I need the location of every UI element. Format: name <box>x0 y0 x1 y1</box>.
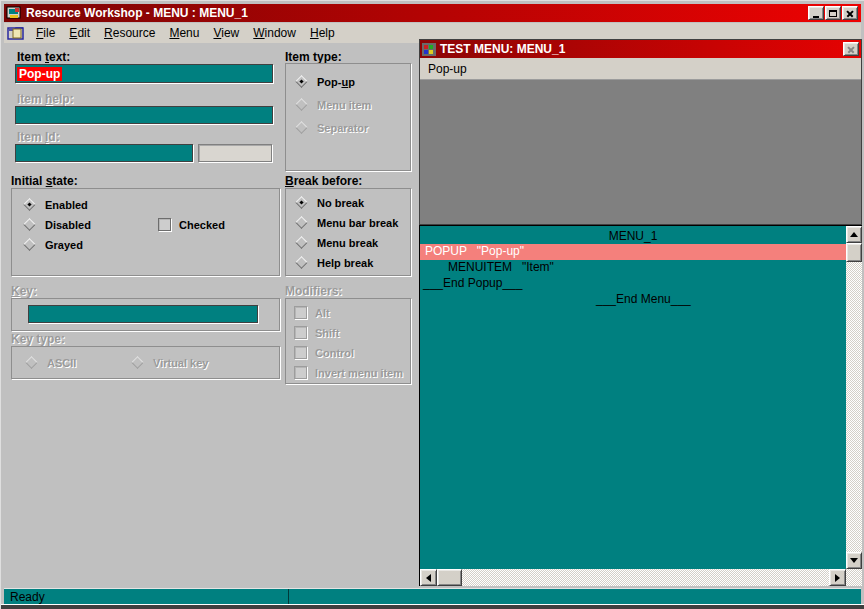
modifiers-label: Modifiers: <box>285 284 342 298</box>
radio-diamond-icon <box>295 121 308 134</box>
radio-enabled[interactable]: Enabled <box>22 197 88 212</box>
test-menu-menubar: Pop-up <box>420 58 861 80</box>
menu-editor-panel: Item text: Pop-up Item help: Item Id: In… <box>4 43 419 587</box>
break-before-label: Break before: <box>285 174 362 188</box>
modifiers-group: Alt Shift Control Invert menu item <box>285 298 411 384</box>
item-text-input[interactable]: Pop-up <box>15 64 273 83</box>
checkbox-icon <box>294 366 307 379</box>
radio-diamond-icon <box>295 236 308 249</box>
checkbox-control: Control <box>294 345 354 360</box>
menu-view[interactable]: View <box>206 24 246 42</box>
checkbox-icon <box>294 306 307 319</box>
radio-diamond-icon <box>23 238 36 251</box>
radio-disabled[interactable]: Disabled <box>22 217 91 232</box>
test-menu-icon <box>422 43 436 56</box>
script-header: MENU_1 <box>420 226 846 244</box>
menu-menu[interactable]: Menu <box>162 24 206 42</box>
radio-menu-break[interactable]: Menu break <box>294 235 378 250</box>
minimize-icon <box>813 16 819 18</box>
menu-edit[interactable]: Edit <box>62 24 97 42</box>
window-title: Resource Workshop - MENU : MENU_1 <box>26 6 804 20</box>
radio-grayed[interactable]: Grayed <box>22 237 83 252</box>
script-line-menuitem[interactable]: MENUITEM "Item" <box>420 260 846 276</box>
arrow-down-icon <box>850 558 858 563</box>
script-line-end-popup[interactable]: ___End Popup___ <box>420 276 846 292</box>
scroll-right-button[interactable] <box>829 569 846 586</box>
radio-no-break[interactable]: No break <box>294 195 364 210</box>
item-help-label: Item help: <box>17 92 74 106</box>
close-button[interactable] <box>842 6 858 20</box>
arrow-left-icon <box>426 574 431 582</box>
item-text-label: Item text: <box>17 50 70 64</box>
break-before-group: No break Menu bar break Menu break Help … <box>285 188 411 276</box>
radio-ascii: ASCII <box>24 355 76 370</box>
radio-help-break[interactable]: Help break <box>294 255 373 270</box>
menu-script-panel: MENU_1 POPUP "Pop-up" MENUITEM "Item" __… <box>419 225 862 586</box>
radio-menu-item: Menu item <box>294 97 371 112</box>
key-label: Key: <box>11 284 37 298</box>
checkbox-icon <box>158 218 171 231</box>
radio-popup[interactable]: Pop-up <box>294 74 355 89</box>
checkbox-alt: Alt <box>294 305 330 320</box>
radio-menu-bar-break[interactable]: Menu bar break <box>294 215 398 230</box>
scroll-up-button[interactable] <box>846 226 862 243</box>
test-menu-titlebar: TEST MENU: MENU_1 <box>420 40 861 58</box>
horizontal-scrollbar[interactable] <box>420 569 846 586</box>
resource-workshop-window: Resource Workshop - MENU : MENU_1 File E… <box>0 0 864 609</box>
radio-diamond-icon <box>295 75 308 88</box>
arrow-right-icon <box>835 574 840 582</box>
window-bottom-edge <box>1 605 864 609</box>
radio-diamond-icon <box>295 256 308 269</box>
radio-diamond-icon <box>23 198 36 211</box>
menu-help[interactable]: Help <box>303 24 342 42</box>
mdi-document-icon[interactable] <box>7 25 25 41</box>
radio-virtual-key: Virtual key <box>130 355 208 370</box>
status-text: Ready <box>4 590 45 604</box>
maximize-icon <box>829 10 837 17</box>
menu-file[interactable]: File <box>29 24 62 42</box>
minimize-button[interactable] <box>808 6 824 20</box>
key-type-label: Key type: <box>11 332 65 346</box>
status-divider <box>288 589 289 605</box>
radio-separator: Separator <box>294 120 368 135</box>
test-menu-window: TEST MENU: MENU_1 Pop-up <box>419 39 862 225</box>
statusbar: Ready <box>4 588 861 605</box>
app-icon[interactable] <box>6 6 22 21</box>
radio-diamond-icon <box>25 356 38 369</box>
script-line-popup[interactable]: POPUP "Pop-up" <box>420 244 846 260</box>
item-id-aux-box <box>198 144 272 162</box>
key-group <box>11 298 280 331</box>
script-content: MENU_1 POPUP "Pop-up" MENUITEM "Item" __… <box>420 226 846 569</box>
radio-diamond-icon <box>295 196 308 209</box>
maximize-button[interactable] <box>825 6 841 20</box>
radio-diamond-icon <box>295 98 308 111</box>
window-controls <box>808 6 858 20</box>
vertical-scroll-thumb[interactable] <box>846 243 862 262</box>
radio-diamond-icon <box>295 216 308 229</box>
item-id-input <box>15 144 193 162</box>
menu-resource[interactable]: Resource <box>97 24 162 42</box>
close-icon <box>847 45 855 53</box>
initial-state-group: Enabled Disabled Grayed Checked <box>11 188 280 276</box>
arrow-up-icon <box>850 232 858 237</box>
titlebar: Resource Workshop - MENU : MENU_1 <box>4 4 861 22</box>
checkbox-icon <box>294 326 307 339</box>
menu-window[interactable]: Window <box>246 24 303 42</box>
checkbox-checked[interactable]: Checked <box>158 217 225 232</box>
key-input <box>28 305 258 323</box>
script-line-end-menu[interactable]: ___End Menu___ <box>420 292 846 308</box>
vertical-scrollbar[interactable] <box>846 226 862 569</box>
test-menu-item-popup[interactable]: Pop-up <box>428 62 467 76</box>
scroll-left-button[interactable] <box>420 569 437 586</box>
scroll-down-button[interactable] <box>846 552 862 569</box>
item-type-label: Item type: <box>285 50 342 64</box>
item-text-selection: Pop-up <box>17 67 62 81</box>
horizontal-scroll-thumb[interactable] <box>437 569 462 586</box>
test-menu-close-button[interactable] <box>843 42 859 56</box>
close-icon <box>846 9 854 17</box>
item-help-input <box>15 106 273 124</box>
checkbox-icon <box>294 346 307 359</box>
item-type-group: Pop-up Menu item Separator <box>285 63 411 171</box>
radio-diamond-icon <box>131 356 144 369</box>
key-type-group: ASCII Virtual key <box>11 346 280 379</box>
